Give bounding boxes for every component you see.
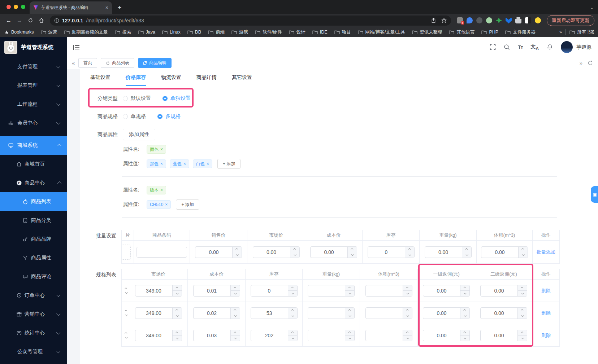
decrease-button[interactable] [288, 336, 297, 341]
bookmark-folder[interactable]: 搜索 [115, 29, 131, 35]
increase-button[interactable] [403, 285, 412, 291]
decrease-button[interactable] [290, 252, 299, 258]
increase-button[interactable] [233, 247, 242, 253]
bookmark-folder[interactable]: Java [138, 30, 155, 35]
decrease-button[interactable] [231, 336, 240, 341]
volume-input[interactable] [365, 307, 412, 319]
browser-tab[interactable]: 芋道管理系统 - 商品编辑 × [30, 1, 112, 14]
increase-button[interactable] [403, 308, 412, 313]
close-icon[interactable]: × [160, 147, 163, 152]
increase-button[interactable] [462, 247, 471, 253]
sidebar-item-payment[interactable]: 支付管理 [0, 57, 67, 76]
increase-button[interactable] [518, 330, 527, 336]
increase-button[interactable] [345, 330, 354, 336]
increase-button[interactable] [288, 330, 297, 336]
breadcrumb-tag-product-list[interactable]: 商品列表 [101, 58, 134, 68]
increase-button[interactable] [460, 330, 469, 336]
stock-input[interactable] [251, 285, 298, 297]
increase-button[interactable] [288, 285, 297, 291]
decrease-button[interactable] [345, 313, 354, 319]
bookmark-folder[interactable]: 软件/硬件 [255, 29, 282, 35]
upload-image-box[interactable] [122, 245, 131, 260]
bookmark-folder[interactable]: 游戏 [231, 29, 248, 35]
bookmark-folder[interactable]: 近期需要读的文章 [64, 29, 108, 35]
decrease-button[interactable] [345, 336, 354, 341]
commission1-input[interactable] [423, 285, 470, 297]
commission2-input[interactable] [480, 330, 527, 341]
close-icon[interactable]: × [207, 161, 209, 166]
increase-button[interactable] [403, 330, 412, 336]
bookmarks-overflow-button[interactable]: » [559, 30, 562, 35]
decrease-button[interactable] [403, 336, 412, 341]
decrease-button[interactable] [460, 313, 469, 319]
weight-input[interactable] [308, 307, 355, 319]
all-bookmarks-button[interactable]: 所有书签 [569, 29, 594, 35]
bookmark-folder[interactable]: 设计 [289, 29, 306, 35]
increase-button[interactable] [460, 308, 469, 313]
batch-stock-input[interactable] [368, 246, 415, 258]
sidebar-item-marketing-center[interactable]: 营销中心 [0, 305, 67, 324]
adguard-extension-icon[interactable]: 6 [457, 17, 463, 23]
cost-price-input[interactable] [193, 285, 240, 297]
batch-market-price-input[interactable] [253, 246, 300, 258]
increase-button[interactable] [231, 330, 240, 336]
increase-button[interactable] [345, 308, 354, 313]
batch-add-link[interactable]: 批量添加 [537, 249, 555, 255]
batch-sale-price-input[interactable] [195, 246, 242, 258]
add-value-button[interactable]: + 添加 [176, 199, 199, 210]
decrease-button[interactable] [231, 291, 240, 296]
decrease-button[interactable] [173, 336, 182, 341]
tab-basic-settings[interactable]: 基础设置 [90, 74, 110, 86]
increase-button[interactable] [173, 285, 182, 291]
radio-multi-spec[interactable]: 多规格 [157, 113, 181, 120]
batch-weight-input[interactable] [425, 246, 472, 258]
increase-button[interactable] [518, 308, 527, 313]
barcode-input[interactable] [136, 247, 187, 258]
sidebar-item-product-attribute[interactable]: 商品属性 [0, 249, 67, 267]
increase-button[interactable] [290, 247, 299, 253]
tab-other-settings[interactable]: 其它设置 [232, 74, 252, 86]
decrease-button[interactable] [345, 291, 354, 296]
floating-helper-button[interactable]: ▣ [591, 186, 598, 203]
increase-button[interactable] [348, 247, 357, 253]
close-icon[interactable]: × [160, 161, 163, 166]
delete-link[interactable]: 删除 [541, 288, 551, 294]
font-size-icon[interactable]: Tт [518, 44, 523, 50]
sidebar-item-member-center[interactable]: 会员中心 [0, 114, 67, 132]
bookmark-folder[interactable]: 项目 [334, 29, 351, 35]
bookmark-folder[interactable]: PHP [481, 30, 498, 35]
star-extension-icon[interactable] [496, 17, 502, 23]
sidebar-item-report[interactable]: 报表管理 [0, 76, 67, 95]
tab-price-stock[interactable]: 价格库存 [126, 74, 146, 86]
decrease-button[interactable] [233, 252, 242, 258]
batch-cost-price-input[interactable] [310, 246, 357, 258]
decrease-button[interactable] [403, 291, 412, 296]
increase-button[interactable] [519, 247, 528, 253]
increase-button[interactable] [231, 308, 240, 313]
increase-button[interactable] [345, 285, 354, 291]
minimize-window-button[interactable] [14, 5, 18, 9]
profile-avatar-icon[interactable] [535, 17, 541, 23]
market-price-input[interactable] [135, 330, 182, 341]
sidebar-item-product-center[interactable]: P 商品中心 [0, 174, 67, 192]
close-window-button[interactable] [6, 5, 11, 9]
search-icon[interactable] [504, 44, 510, 50]
breadcrumb-tag-home[interactable]: 首页 [78, 58, 97, 68]
add-attribute-button[interactable]: 添加属性 [123, 129, 155, 140]
volume-input[interactable] [365, 285, 412, 297]
increase-button[interactable] [173, 330, 182, 336]
decrease-button[interactable] [288, 313, 297, 319]
bookmark-folder[interactable]: 资讯未整理 [412, 29, 442, 35]
bell-icon[interactable] [547, 44, 553, 50]
radio-default-setting[interactable]: 默认设置 [123, 95, 151, 102]
decrease-button[interactable] [348, 252, 357, 258]
decrease-button[interactable] [173, 313, 182, 319]
refresh-icon[interactable] [588, 60, 593, 66]
bookmark-folder[interactable]: Linux [162, 30, 181, 35]
sidebar-item-order-center[interactable]: 订单中心 [0, 286, 67, 305]
market-price-input[interactable] [135, 285, 182, 297]
tab-logistics[interactable]: 物流设置 [161, 74, 181, 86]
bookmark-folder[interactable]: IDE [312, 30, 328, 35]
bookmark-folder[interactable]: 网站/博客/文章/工具 [358, 29, 405, 35]
sidebar-item-product-brand[interactable]: 商品品牌 [0, 230, 67, 249]
